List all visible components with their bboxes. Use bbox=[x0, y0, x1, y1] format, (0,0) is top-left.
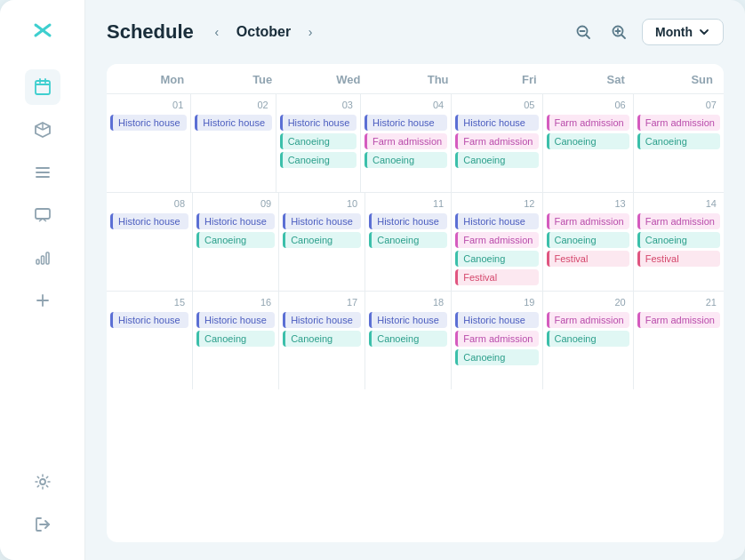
event-historic-17-0[interactable]: Historic house bbox=[283, 312, 361, 328]
event-farm-20-0[interactable]: Farm admission bbox=[547, 312, 629, 328]
day-cell-19: 19Historic houseFarm admissionCanoeing bbox=[452, 292, 542, 389]
day-cell-18: 18Historic houseCanoeing bbox=[365, 292, 452, 389]
event-festival-13-2[interactable]: Festival bbox=[547, 251, 629, 267]
event-farm-06-0[interactable]: Farm admission bbox=[547, 115, 629, 131]
logout-icon[interactable] bbox=[25, 507, 60, 542]
event-historic-01-0[interactable]: Historic house bbox=[110, 115, 187, 131]
event-canoeing-04-2[interactable]: Canoeing bbox=[364, 152, 447, 168]
event-canoeing-03-1[interactable]: Canoeing bbox=[280, 133, 356, 149]
event-historic-18-0[interactable]: Historic house bbox=[369, 312, 447, 328]
event-farm-13-0[interactable]: Farm admission bbox=[547, 213, 629, 229]
day-number-17: 17 bbox=[283, 295, 361, 309]
day-header-mon: Mon bbox=[107, 64, 195, 93]
prev-month-button[interactable]: ‹ bbox=[204, 20, 229, 44]
main-content: Schedule ‹ October › bbox=[85, 0, 745, 560]
event-canoeing-10-1[interactable]: Canoeing bbox=[283, 232, 361, 248]
day-number-03: 03 bbox=[280, 98, 356, 112]
event-farm-19-1[interactable]: Farm admission bbox=[455, 331, 538, 347]
event-historic-09-0[interactable]: Historic house bbox=[196, 213, 275, 229]
list-icon[interactable] bbox=[25, 155, 60, 190]
day-cell-03: 03Historic houseCanoeingCanoeing bbox=[276, 94, 361, 192]
view-label: Month bbox=[655, 25, 693, 39]
event-canoeing-11-1[interactable]: Canoeing bbox=[369, 232, 447, 248]
day-number-11: 11 bbox=[369, 196, 447, 211]
event-farm-21-0[interactable]: Farm admission bbox=[637, 312, 720, 328]
event-farm-04-1[interactable]: Farm admission bbox=[364, 133, 447, 149]
event-canoeing-20-1[interactable]: Canoeing bbox=[547, 331, 629, 347]
calendar-icon[interactable] bbox=[25, 69, 60, 105]
event-historic-04-0[interactable]: Historic house bbox=[364, 115, 447, 131]
event-historic-15-0[interactable]: Historic house bbox=[110, 312, 188, 328]
zoom-in-button[interactable] bbox=[605, 18, 633, 46]
day-number-15: 15 bbox=[110, 295, 188, 309]
settings-icon[interactable] bbox=[25, 464, 60, 500]
event-farm-12-1[interactable]: Farm admission bbox=[455, 232, 538, 248]
zoom-out-button[interactable] bbox=[569, 18, 597, 46]
event-canoeing-14-1[interactable]: Canoeing bbox=[637, 232, 720, 248]
day-cell-21: 21Farm admission bbox=[634, 292, 724, 389]
day-cell-05: 05Historic houseFarm admissionCanoeing bbox=[452, 94, 542, 192]
event-historic-08-0[interactable]: Historic house bbox=[110, 213, 188, 229]
view-dropdown[interactable]: Month bbox=[642, 19, 724, 45]
sidebar bbox=[0, 0, 85, 560]
calendar-body: 01Historic house02Historic house03Histor… bbox=[107, 94, 724, 542]
event-canoeing-12-2[interactable]: Canoeing bbox=[455, 251, 538, 267]
page-title: Schedule bbox=[107, 20, 194, 44]
calendar-container: MonTueWedThuFriSatSun 01Historic house02… bbox=[107, 64, 724, 542]
event-canoeing-19-2[interactable]: Canoeing bbox=[455, 349, 538, 365]
day-header-sun: Sun bbox=[636, 64, 724, 93]
event-historic-03-0[interactable]: Historic house bbox=[280, 115, 356, 131]
day-cell-04: 04Historic houseFarm admissionCanoeing bbox=[361, 94, 452, 192]
day-cell-02: 02Historic house bbox=[191, 94, 276, 192]
day-number-16: 16 bbox=[196, 295, 275, 309]
event-festival-12-3[interactable]: Festival bbox=[455, 269, 538, 285]
day-cell-14: 14Farm admissionCanoeingFestival bbox=[634, 193, 724, 291]
search-icons bbox=[569, 18, 633, 46]
event-historic-12-0[interactable]: Historic house bbox=[455, 213, 538, 229]
chart-icon[interactable] bbox=[25, 240, 60, 276]
day-header-wed: Wed bbox=[283, 64, 371, 93]
event-canoeing-03-2[interactable]: Canoeing bbox=[280, 152, 356, 168]
day-number-12: 12 bbox=[455, 196, 538, 211]
event-historic-10-0[interactable]: Historic house bbox=[283, 213, 361, 229]
event-farm-07-0[interactable]: Farm admission bbox=[637, 115, 720, 131]
box-icon[interactable] bbox=[25, 112, 60, 148]
event-canoeing-18-1[interactable]: Canoeing bbox=[369, 331, 447, 347]
svg-line-8 bbox=[36, 126, 43, 130]
add-icon[interactable] bbox=[25, 283, 60, 318]
event-historic-19-0[interactable]: Historic house bbox=[455, 312, 538, 328]
next-month-button[interactable]: › bbox=[298, 20, 323, 44]
event-festival-14-2[interactable]: Festival bbox=[637, 251, 720, 267]
svg-rect-14 bbox=[36, 260, 39, 264]
event-historic-16-0[interactable]: Historic house bbox=[196, 312, 275, 328]
day-number-02: 02 bbox=[195, 98, 271, 112]
event-farm-05-1[interactable]: Farm admission bbox=[455, 133, 538, 149]
day-number-09: 09 bbox=[196, 196, 275, 211]
event-canoeing-05-2[interactable]: Canoeing bbox=[455, 152, 538, 168]
event-historic-05-0[interactable]: Historic house bbox=[455, 115, 538, 131]
event-canoeing-16-1[interactable]: Canoeing bbox=[196, 331, 275, 347]
svg-rect-2 bbox=[36, 81, 50, 94]
header-left: Schedule ‹ October › bbox=[107, 20, 323, 44]
day-cell-16: 16Historic houseCanoeing bbox=[193, 292, 279, 389]
day-cell-11: 11Historic houseCanoeing bbox=[365, 193, 452, 291]
event-canoeing-17-1[interactable]: Canoeing bbox=[283, 331, 361, 347]
chat-icon[interactable] bbox=[25, 197, 60, 233]
event-canoeing-06-1[interactable]: Canoeing bbox=[547, 133, 629, 149]
event-farm-14-0[interactable]: Farm admission bbox=[637, 213, 720, 229]
week-row-1: 08Historic house09Historic houseCanoeing… bbox=[107, 193, 724, 292]
app-logo bbox=[30, 18, 55, 48]
day-header-thu: Thu bbox=[371, 64, 459, 93]
event-historic-02-0[interactable]: Historic house bbox=[195, 115, 271, 131]
event-canoeing-09-1[interactable]: Canoeing bbox=[196, 232, 275, 248]
day-cell-08: 08Historic house bbox=[107, 193, 193, 291]
day-number-08: 08 bbox=[110, 196, 188, 211]
day-number-20: 20 bbox=[547, 295, 629, 309]
svg-rect-15 bbox=[41, 256, 44, 264]
day-number-10: 10 bbox=[283, 196, 361, 211]
event-canoeing-07-1[interactable]: Canoeing bbox=[637, 133, 720, 149]
event-canoeing-13-1[interactable]: Canoeing bbox=[547, 232, 629, 248]
day-number-21: 21 bbox=[637, 295, 720, 309]
day-number-19: 19 bbox=[455, 295, 538, 309]
event-historic-11-0[interactable]: Historic house bbox=[369, 213, 447, 229]
